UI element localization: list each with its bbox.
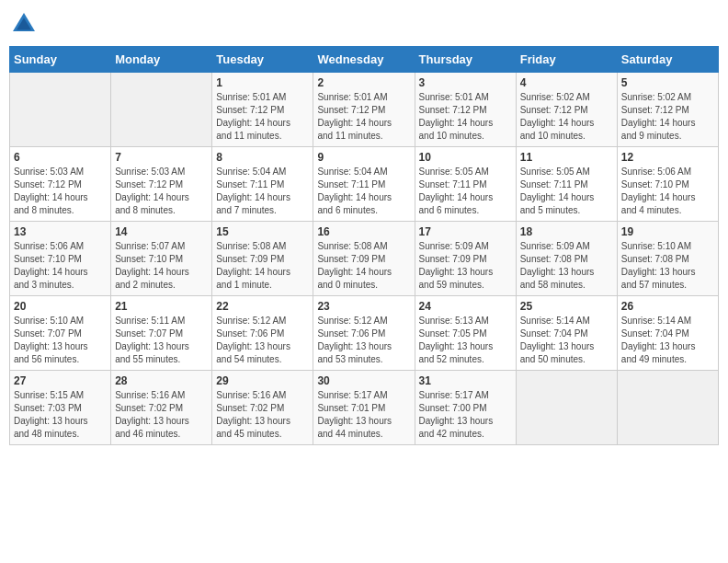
logo-icon	[9, 9, 39, 39]
day-number: 14	[115, 225, 208, 238]
day-number: 27	[14, 374, 107, 387]
logo	[9, 9, 42, 39]
calendar-cell: 28Sunrise: 5:16 AM Sunset: 7:02 PM Dayli…	[111, 371, 212, 445]
calendar-cell: 6Sunrise: 5:03 AM Sunset: 7:12 PM Daylig…	[10, 147, 111, 222]
weekday-header: Saturday	[617, 47, 718, 73]
day-number: 22	[216, 300, 309, 313]
calendar-cell: 29Sunrise: 5:16 AM Sunset: 7:02 PM Dayli…	[212, 371, 313, 445]
day-detail: Sunrise: 5:08 AM Sunset: 7:09 PM Dayligh…	[216, 240, 309, 292]
calendar-week-row: 13Sunrise: 5:06 AM Sunset: 7:10 PM Dayli…	[10, 222, 719, 296]
calendar-cell: 17Sunrise: 5:09 AM Sunset: 7:09 PM Dayli…	[415, 222, 516, 296]
calendar-cell	[10, 73, 111, 147]
day-number: 7	[115, 151, 208, 164]
day-number: 24	[419, 300, 512, 313]
calendar-cell: 16Sunrise: 5:08 AM Sunset: 7:09 PM Dayli…	[313, 222, 415, 296]
calendar-cell: 8Sunrise: 5:04 AM Sunset: 7:11 PM Daylig…	[212, 147, 313, 222]
day-detail: Sunrise: 5:16 AM Sunset: 7:02 PM Dayligh…	[216, 389, 309, 441]
weekday-header: Friday	[516, 47, 617, 73]
day-number: 31	[419, 374, 512, 387]
day-number: 11	[520, 151, 613, 164]
calendar-cell: 12Sunrise: 5:06 AM Sunset: 7:10 PM Dayli…	[617, 147, 718, 222]
day-number: 4	[520, 76, 613, 89]
calendar-cell: 24Sunrise: 5:13 AM Sunset: 7:05 PM Dayli…	[415, 296, 516, 371]
day-number: 3	[419, 76, 512, 89]
day-number: 18	[520, 225, 613, 238]
day-number: 30	[317, 374, 410, 387]
calendar-cell: 4Sunrise: 5:02 AM Sunset: 7:12 PM Daylig…	[516, 73, 617, 147]
calendar-week-row: 20Sunrise: 5:10 AM Sunset: 7:07 PM Dayli…	[10, 296, 719, 371]
calendar-cell: 27Sunrise: 5:15 AM Sunset: 7:03 PM Dayli…	[10, 371, 111, 445]
day-detail: Sunrise: 5:03 AM Sunset: 7:12 PM Dayligh…	[115, 166, 208, 217]
day-number: 29	[216, 374, 309, 387]
day-detail: Sunrise: 5:05 AM Sunset: 7:11 PM Dayligh…	[520, 166, 613, 217]
calendar-cell: 22Sunrise: 5:12 AM Sunset: 7:06 PM Dayli…	[212, 296, 313, 371]
day-detail: Sunrise: 5:05 AM Sunset: 7:11 PM Dayligh…	[419, 166, 512, 217]
day-number: 1	[216, 76, 309, 89]
day-number: 12	[621, 151, 714, 164]
day-number: 26	[621, 300, 714, 313]
day-detail: Sunrise: 5:10 AM Sunset: 7:07 PM Dayligh…	[14, 315, 107, 366]
weekday-header: Monday	[111, 47, 212, 73]
calendar-cell: 23Sunrise: 5:12 AM Sunset: 7:06 PM Dayli…	[313, 296, 415, 371]
day-detail: Sunrise: 5:06 AM Sunset: 7:10 PM Dayligh…	[621, 166, 714, 217]
day-number: 13	[14, 225, 107, 238]
day-detail: Sunrise: 5:12 AM Sunset: 7:06 PM Dayligh…	[216, 315, 309, 366]
weekday-row: SundayMondayTuesdayWednesdayThursdayFrid…	[10, 47, 719, 73]
calendar-cell: 11Sunrise: 5:05 AM Sunset: 7:11 PM Dayli…	[516, 147, 617, 222]
day-detail: Sunrise: 5:06 AM Sunset: 7:10 PM Dayligh…	[14, 240, 107, 292]
day-detail: Sunrise: 5:17 AM Sunset: 7:00 PM Dayligh…	[419, 389, 512, 441]
day-number: 6	[14, 151, 107, 164]
day-number: 9	[317, 151, 410, 164]
day-detail: Sunrise: 5:04 AM Sunset: 7:11 PM Dayligh…	[216, 166, 309, 217]
calendar-cell: 31Sunrise: 5:17 AM Sunset: 7:00 PM Dayli…	[415, 371, 516, 445]
day-number: 20	[14, 300, 107, 313]
calendar-cell: 26Sunrise: 5:14 AM Sunset: 7:04 PM Dayli…	[617, 296, 718, 371]
day-detail: Sunrise: 5:12 AM Sunset: 7:06 PM Dayligh…	[317, 315, 410, 366]
calendar-cell: 21Sunrise: 5:11 AM Sunset: 7:07 PM Dayli…	[111, 296, 212, 371]
header	[9, 9, 719, 39]
calendar-week-row: 27Sunrise: 5:15 AM Sunset: 7:03 PM Dayli…	[10, 371, 719, 445]
day-detail: Sunrise: 5:07 AM Sunset: 7:10 PM Dayligh…	[115, 240, 208, 292]
calendar-cell	[111, 73, 212, 147]
day-detail: Sunrise: 5:17 AM Sunset: 7:01 PM Dayligh…	[317, 389, 410, 441]
weekday-header: Sunday	[10, 47, 111, 73]
day-detail: Sunrise: 5:09 AM Sunset: 7:08 PM Dayligh…	[520, 240, 613, 292]
day-detail: Sunrise: 5:02 AM Sunset: 7:12 PM Dayligh…	[520, 91, 613, 143]
calendar-cell: 18Sunrise: 5:09 AM Sunset: 7:08 PM Dayli…	[516, 222, 617, 296]
calendar-cell: 25Sunrise: 5:14 AM Sunset: 7:04 PM Dayli…	[516, 296, 617, 371]
day-number: 16	[317, 225, 410, 238]
day-number: 2	[317, 76, 410, 89]
day-number: 25	[520, 300, 613, 313]
calendar-cell: 30Sunrise: 5:17 AM Sunset: 7:01 PM Dayli…	[313, 371, 415, 445]
day-number: 8	[216, 151, 309, 164]
day-number: 15	[216, 225, 309, 238]
day-detail: Sunrise: 5:16 AM Sunset: 7:02 PM Dayligh…	[115, 389, 208, 441]
day-detail: Sunrise: 5:10 AM Sunset: 7:08 PM Dayligh…	[621, 240, 714, 292]
calendar-cell	[617, 371, 718, 445]
day-detail: Sunrise: 5:13 AM Sunset: 7:05 PM Dayligh…	[419, 315, 512, 366]
calendar-week-row: 6Sunrise: 5:03 AM Sunset: 7:12 PM Daylig…	[10, 147, 719, 222]
calendar-cell: 10Sunrise: 5:05 AM Sunset: 7:11 PM Dayli…	[415, 147, 516, 222]
day-detail: Sunrise: 5:14 AM Sunset: 7:04 PM Dayligh…	[520, 315, 613, 366]
day-detail: Sunrise: 5:03 AM Sunset: 7:12 PM Dayligh…	[14, 166, 107, 217]
calendar-cell: 3Sunrise: 5:01 AM Sunset: 7:12 PM Daylig…	[415, 73, 516, 147]
calendar-cell	[516, 371, 617, 445]
calendar-cell: 2Sunrise: 5:01 AM Sunset: 7:12 PM Daylig…	[313, 73, 415, 147]
day-detail: Sunrise: 5:02 AM Sunset: 7:12 PM Dayligh…	[621, 91, 714, 143]
weekday-header: Thursday	[415, 47, 516, 73]
calendar-cell: 5Sunrise: 5:02 AM Sunset: 7:12 PM Daylig…	[617, 73, 718, 147]
calendar-cell: 13Sunrise: 5:06 AM Sunset: 7:10 PM Dayli…	[10, 222, 111, 296]
day-detail: Sunrise: 5:14 AM Sunset: 7:04 PM Dayligh…	[621, 315, 714, 366]
day-number: 23	[317, 300, 410, 313]
day-number: 19	[621, 225, 714, 238]
day-detail: Sunrise: 5:15 AM Sunset: 7:03 PM Dayligh…	[14, 389, 107, 441]
day-detail: Sunrise: 5:09 AM Sunset: 7:09 PM Dayligh…	[419, 240, 512, 292]
calendar-cell: 15Sunrise: 5:08 AM Sunset: 7:09 PM Dayli…	[212, 222, 313, 296]
calendar-cell: 7Sunrise: 5:03 AM Sunset: 7:12 PM Daylig…	[111, 147, 212, 222]
day-number: 28	[115, 374, 208, 387]
day-detail: Sunrise: 5:08 AM Sunset: 7:09 PM Dayligh…	[317, 240, 410, 292]
day-number: 21	[115, 300, 208, 313]
day-detail: Sunrise: 5:01 AM Sunset: 7:12 PM Dayligh…	[317, 91, 410, 143]
weekday-header: Wednesday	[313, 47, 415, 73]
calendar-header: SundayMondayTuesdayWednesdayThursdayFrid…	[10, 47, 719, 73]
